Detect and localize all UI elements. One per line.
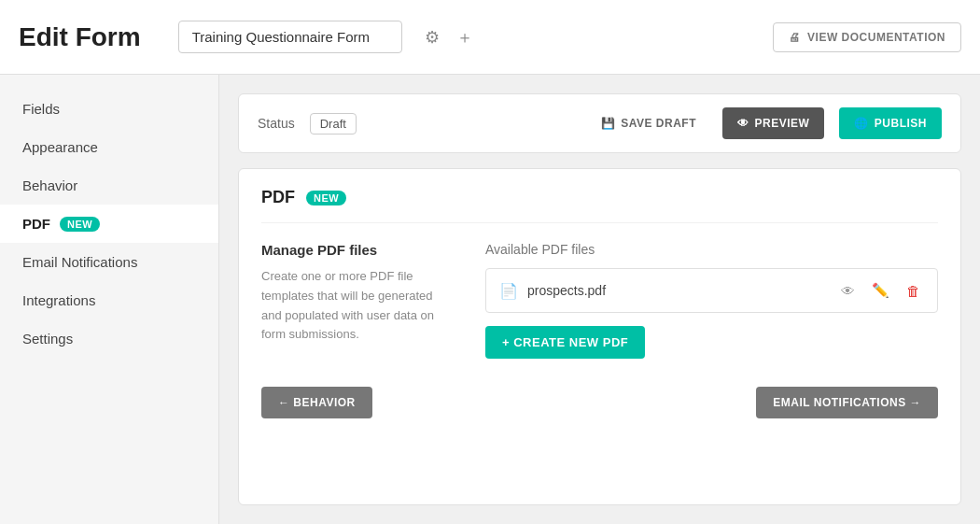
save-icon: 💾 (601, 117, 616, 130)
form-name-input[interactable] (178, 21, 402, 53)
pdf-file-name: prospects.pdf (527, 283, 828, 298)
doc-icon: 🖨 (789, 31, 801, 44)
preview-label: PREVIEW (754, 117, 809, 130)
sidebar-item-pdf[interactable]: PDF New (0, 205, 218, 243)
delete-pdf-button[interactable]: 🗑 (903, 279, 924, 303)
status-bar: Status Draft 💾 SAVE DRAFT 👁 PREVIEW 🌐 PU… (238, 93, 961, 153)
preview-icon: 👁 (737, 117, 749, 130)
back-behavior-label: ← BEHAVIOR (278, 396, 356, 409)
available-pdf-title: Available PDF files (485, 242, 938, 257)
view-pdf-button[interactable]: 👁 (837, 279, 859, 303)
pdf-section-title: PDF (261, 188, 295, 207)
sidebar-label-behavior: Behavior (22, 177, 77, 193)
sidebar-label-pdf: PDF (22, 216, 50, 232)
next-email-label: EMAIL NOTIFICATIONS → (773, 396, 921, 409)
sidebar-label-settings: Settings (22, 331, 73, 347)
create-pdf-label: + CREATE NEW PDF (502, 335, 628, 349)
sidebar-item-appearance[interactable]: Appearance (0, 128, 218, 166)
plus-icon: ＋ (456, 26, 473, 49)
sidebar-item-email-notifications[interactable]: Email Notifications (0, 243, 218, 281)
navigation-buttons: ← BEHAVIOR EMAIL NOTIFICATIONS → (261, 387, 938, 418)
publish-button[interactable]: 🌐 PUBLISH (839, 107, 942, 139)
manage-pdf-description: Create one or more PDF file templates th… (261, 267, 448, 345)
pdf-card-header: PDF New (261, 188, 938, 223)
preview-button[interactable]: 👁 PREVIEW (722, 107, 824, 139)
file-icon: 📄 (499, 282, 518, 300)
edit-pdf-button[interactable]: ✏️ (868, 278, 893, 303)
view-documentation-button[interactable]: 🖨 VIEW DOCUMENTATION (773, 22, 961, 52)
header-icons: ⚙ ＋ (421, 22, 477, 52)
sidebar-label-fields: Fields (22, 101, 60, 117)
status-label: Status (258, 116, 295, 131)
pencil-icon: ✏️ (872, 282, 889, 298)
sidebar: Fields Appearance Behavior PDF New Email… (0, 75, 219, 524)
manage-pdf-section: Manage PDF files Create one or more PDF … (261, 242, 448, 359)
trash-icon: 🗑 (906, 283, 920, 299)
status-badge: Draft (310, 113, 357, 135)
sidebar-item-integrations[interactable]: Integrations (0, 281, 218, 319)
pdf-file-row: 📄 prospects.pdf 👁 ✏️ 🗑 (485, 268, 938, 313)
sidebar-label-integrations: Integrations (22, 292, 95, 308)
save-draft-label: SAVE DRAFT (621, 117, 696, 130)
available-pdf-section: Available PDF files 📄 prospects.pdf 👁 ✏️… (485, 242, 938, 359)
manage-pdf-title: Manage PDF files (261, 242, 448, 258)
back-behavior-button[interactable]: ← BEHAVIOR (261, 387, 372, 418)
publish-icon: 🌐 (854, 117, 869, 130)
pdf-content: Manage PDF files Create one or more PDF … (261, 242, 938, 359)
view-doc-label: VIEW DOCUMENTATION (807, 31, 945, 44)
pdf-new-badge: New (60, 217, 100, 232)
pdf-badge: New (306, 191, 346, 205)
save-draft-button[interactable]: 💾 SAVE DRAFT (590, 109, 707, 137)
page-title: Edit Form (19, 22, 141, 52)
sidebar-label-appearance: Appearance (22, 139, 98, 155)
main-content: Status Draft 💾 SAVE DRAFT 👁 PREVIEW 🌐 PU… (219, 75, 980, 524)
publish-label: PUBLISH (875, 117, 927, 130)
pdf-card: PDF New Manage PDF files Create one or m… (238, 168, 961, 505)
sidebar-label-email-notifications: Email Notifications (22, 254, 137, 270)
body: Fields Appearance Behavior PDF New Email… (0, 75, 980, 524)
gear-icon: ⚙ (425, 27, 440, 48)
create-new-pdf-button[interactable]: + CREATE NEW PDF (485, 326, 645, 359)
header: Edit Form ⚙ ＋ 🖨 VIEW DOCUMENTATION (0, 0, 980, 75)
sidebar-item-behavior[interactable]: Behavior (0, 166, 218, 205)
sidebar-item-settings[interactable]: Settings (0, 319, 218, 358)
gear-button[interactable]: ⚙ (421, 23, 443, 51)
next-email-notifications-button[interactable]: EMAIL NOTIFICATIONS → (756, 387, 938, 418)
eye-icon: 👁 (841, 283, 855, 299)
sidebar-item-fields[interactable]: Fields (0, 90, 218, 128)
add-button[interactable]: ＋ (453, 22, 477, 52)
